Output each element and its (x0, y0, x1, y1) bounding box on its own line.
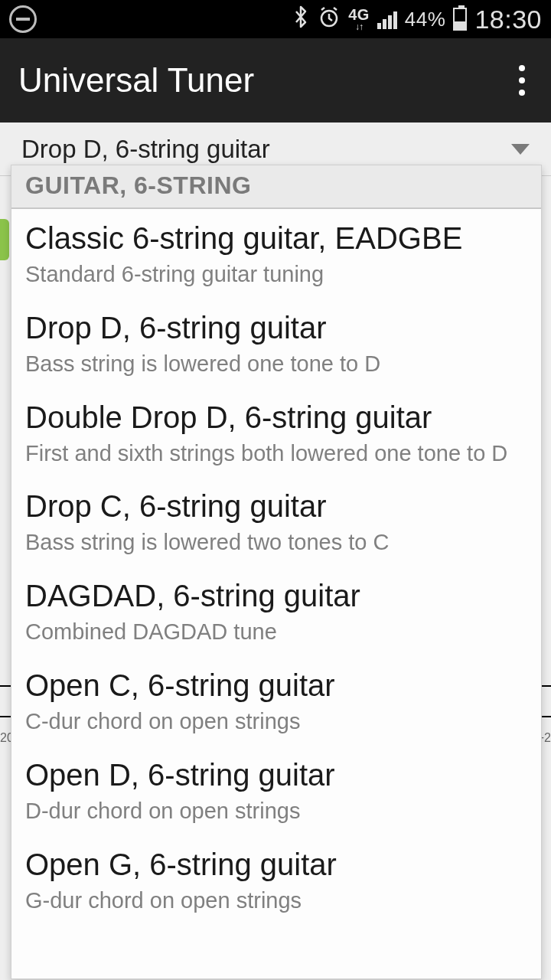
app-title: Universal Tuner (18, 61, 254, 100)
tuner-indicator (0, 219, 9, 260)
tuning-option-subtitle: Bass string is lowered one tone to D (25, 351, 527, 377)
tuning-option-subtitle: First and sixth strings both lowered one… (25, 440, 527, 467)
tuning-option[interactable]: Open D, 6-string guitar D-dur chord on o… (11, 746, 541, 835)
tuning-option-title: Double Drop D, 6-string guitar (25, 399, 527, 436)
tuning-option-subtitle: Combined DAGDAD tune (25, 619, 527, 645)
clock: 18:30 (474, 5, 542, 34)
signal-icon (377, 9, 397, 29)
tuning-option-title: Open D, 6-string guitar (25, 756, 527, 793)
tuning-option-subtitle: Standard 6-string guitar tuning (25, 261, 527, 288)
tuning-option-subtitle: C-dur chord on open strings (25, 708, 527, 735)
tuning-option-title: Open C, 6-string guitar (25, 667, 527, 704)
tuning-option-subtitle: D-dur chord on open strings (25, 798, 527, 825)
tuning-option[interactable]: Drop D, 6-string guitar Bass string is l… (11, 299, 541, 388)
tuning-option[interactable]: Classic 6-string guitar, EADGBE Standard… (11, 209, 541, 299)
tuning-option-title: Drop D, 6-string guitar (25, 309, 527, 346)
tuning-option[interactable]: Drop C, 6-string guitar Bass string is l… (11, 477, 541, 567)
tuning-option[interactable]: Open G, 6-string guitar G-dur chord on o… (11, 835, 541, 925)
app-bar: Universal Tuner (0, 38, 551, 122)
tuning-option[interactable]: Double Drop D, 6-string guitar First and… (11, 388, 541, 478)
battery-icon (453, 8, 467, 31)
dropdown-section-header: GUITAR, 6-STRING (11, 165, 541, 209)
tuning-spinner-value: Drop D, 6-string guitar (21, 135, 270, 164)
tuning-option-subtitle: G-dur chord on open strings (25, 887, 527, 914)
chevron-down-icon (511, 144, 530, 155)
tuning-option-title: Drop C, 6-string guitar (25, 488, 527, 524)
tuning-option[interactable]: DAGDAD, 6-string guitar Combined DAGDAD … (11, 567, 541, 656)
tuning-option-title: DAGDAD, 6-string guitar (25, 577, 527, 614)
tuning-option[interactable]: Open C, 6-string guitar C-dur chord on o… (11, 656, 541, 746)
network-type-icon: 4G↓↑ (348, 7, 370, 31)
alarm-icon (318, 5, 341, 34)
tuning-dropdown: GUITAR, 6-STRING Classic 6-string guitar… (11, 165, 542, 979)
overflow-menu-button[interactable] (511, 62, 533, 99)
status-bar: 4G↓↑ 44% 18:30 (0, 0, 551, 38)
tuning-option-title: Classic 6-string guitar, EADGBE (25, 220, 527, 256)
do-not-disturb-icon (9, 5, 37, 33)
bluetooth-icon (292, 5, 310, 34)
battery-percent: 44% (405, 8, 446, 31)
tuning-option-title: Open G, 6-string guitar (25, 846, 527, 883)
tuning-option-subtitle: Bass string is lowered two tones to C (25, 529, 527, 556)
